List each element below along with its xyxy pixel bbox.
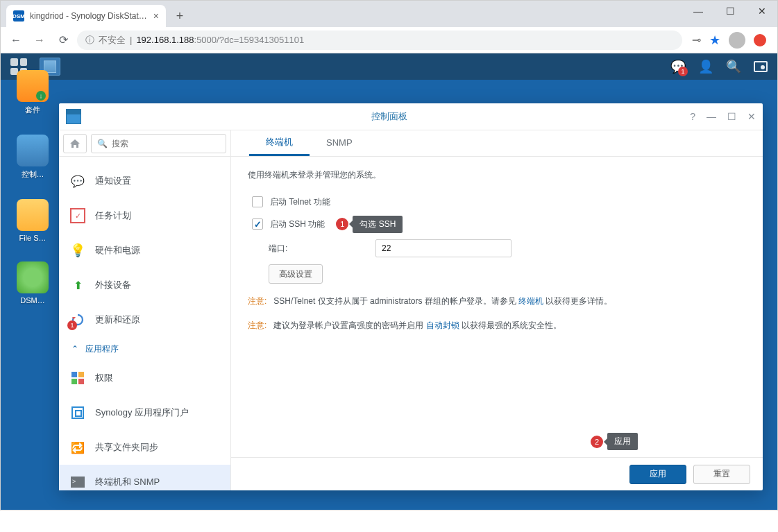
window-maximize-button[interactable]: ☐: [714, 0, 746, 22]
new-tab-button[interactable]: +: [170, 6, 189, 26]
sidebar-item-terminal-snmp[interactable]: 终端机和 SNMP: [59, 465, 230, 490]
terminal-icon: [70, 474, 85, 490]
arrow-up-icon: ⬆: [70, 277, 85, 293]
reset-button[interactable]: 重置: [693, 465, 750, 484]
address-bar[interactable]: ⓘ 不安全 | 192.168.1.188:5000/?dc=159341305…: [77, 31, 682, 50]
note-2: 注意:建议为登录帐户设置高强度的密码并启用 自动封锁 以获得最强的系统安全性。: [248, 319, 746, 332]
user-icon[interactable]: 👤: [698, 59, 713, 74]
port-input[interactable]: [375, 239, 511, 257]
close-button[interactable]: ✕: [747, 111, 756, 122]
maximize-button[interactable]: ☐: [727, 111, 736, 122]
callout-tip-apply: 应用: [607, 433, 638, 450]
telnet-checkbox[interactable]: [252, 196, 263, 207]
sync-icon: 🔁: [70, 440, 85, 455]
desktop-icon-filestation[interactable]: File S…: [13, 199, 52, 242]
note-1: 注意:SSH/Telnet 仅支持从属于 administrators 群组的帐…: [248, 295, 746, 308]
desktop-icon-packages[interactable]: 套件: [13, 70, 52, 115]
nav-forward-button[interactable]: →: [30, 31, 49, 50]
notifications-button[interactable]: 💬 1: [670, 59, 686, 74]
dsm-taskbar: 💬 1 👤 🔍: [1, 53, 777, 80]
sidebar-item-hardware[interactable]: 💡硬件和电源: [59, 233, 230, 268]
desktop-icon-control-panel[interactable]: 控制…: [13, 135, 52, 180]
window-title: 控制面板: [88, 110, 690, 123]
advanced-settings-button[interactable]: 高级设置: [269, 264, 323, 284]
sidebar-item-app-portal[interactable]: Synology 应用程序门户: [59, 395, 230, 430]
window-minimize-button[interactable]: —: [682, 0, 714, 22]
notification-badge: 1: [678, 67, 688, 76]
autoblock-link[interactable]: 自动封锁: [426, 320, 459, 330]
url-path: :5000/?dc=1593413051101: [194, 35, 305, 45]
search-icon[interactable]: 🔍: [726, 59, 741, 74]
sidebar-search[interactable]: 🔍: [91, 134, 226, 153]
help-button[interactable]: ?: [690, 111, 695, 122]
desktop-icon-dsm-help[interactable]: DSM…: [13, 261, 52, 304]
ssh-label: 启动 SSH 功能: [270, 218, 325, 230]
home-button[interactable]: [63, 134, 87, 153]
info-icon: ⓘ: [85, 34, 94, 46]
tab-snmp[interactable]: SNMP: [310, 130, 369, 156]
callout-number-2: 2: [591, 436, 603, 448]
search-input[interactable]: [112, 139, 220, 148]
window-close-button[interactable]: ✕: [746, 0, 778, 22]
chat-bubble-icon: 💬: [70, 173, 85, 189]
profile-avatar[interactable]: [729, 32, 745, 49]
apply-button[interactable]: 应用: [629, 465, 686, 484]
grid-icon: [70, 370, 85, 386]
sidebar-item-notification[interactable]: 💬通知设置: [59, 164, 230, 198]
search-icon: 🔍: [97, 139, 108, 148]
panel-description: 使用终端机来登录并管理您的系统。: [248, 169, 746, 181]
browser-tab[interactable]: DSM kingdriod - Synology DiskStat… ×: [6, 5, 166, 27]
minimize-button[interactable]: —: [707, 111, 716, 122]
sidebar-item-shared-folder-sync[interactable]: 🔁共享文件夹同步: [59, 430, 230, 465]
callout-number-1: 1: [336, 218, 348, 230]
widgets-icon[interactable]: [754, 61, 768, 72]
nav-reload-button[interactable]: ⟳: [53, 31, 73, 50]
chevron-up-icon: ⌃: [71, 344, 78, 354]
sidebar-item-update-restore[interactable]: 1更新和还原: [59, 302, 230, 337]
callout-tip-ssh: 勾选 SSH: [353, 216, 403, 233]
terminal-help-link[interactable]: 终端机: [518, 296, 543, 306]
tab-title: kingdriod - Synology DiskStat…: [30, 11, 147, 21]
url-host: 192.168.1.188: [136, 35, 194, 45]
key-icon[interactable]: ⊸: [692, 33, 701, 46]
insecure-label: 不安全: [99, 34, 126, 46]
callout-ssh: 1 勾选 SSH: [336, 216, 403, 233]
nav-back-button[interactable]: ←: [6, 31, 26, 50]
control-panel-icon: [66, 109, 81, 124]
refresh-icon: 1: [70, 312, 85, 327]
sidebar-item-privileges[interactable]: 权限: [59, 361, 230, 395]
control-panel-window: 控制面板 ? — ☐ ✕ 🔍: [59, 103, 763, 490]
app-portal-icon: [70, 405, 85, 420]
sidebar-section-applications[interactable]: ⌃应用程序: [59, 337, 230, 361]
bookmark-star-icon[interactable]: ★: [709, 33, 720, 48]
tab-terminal[interactable]: 终端机: [249, 130, 310, 156]
port-label: 端口:: [269, 243, 369, 255]
extension-icon[interactable]: [754, 34, 766, 46]
lightbulb-icon: 💡: [70, 243, 85, 258]
home-icon: [69, 139, 81, 148]
calendar-check-icon: [70, 208, 85, 223]
os-taskbar-strip: [0, 510, 778, 532]
callout-apply: 2 应用: [591, 433, 638, 450]
telnet-label: 启动 Telnet 功能: [270, 196, 330, 208]
ssh-checkbox[interactable]: [252, 218, 263, 230]
tab-close-icon[interactable]: ×: [153, 10, 159, 22]
sidebar-item-external-devices[interactable]: ⬆外接设备: [59, 268, 230, 302]
sidebar-item-task-scheduler[interactable]: 任务计划: [59, 198, 230, 233]
tab-favicon-icon: DSM: [13, 10, 24, 22]
